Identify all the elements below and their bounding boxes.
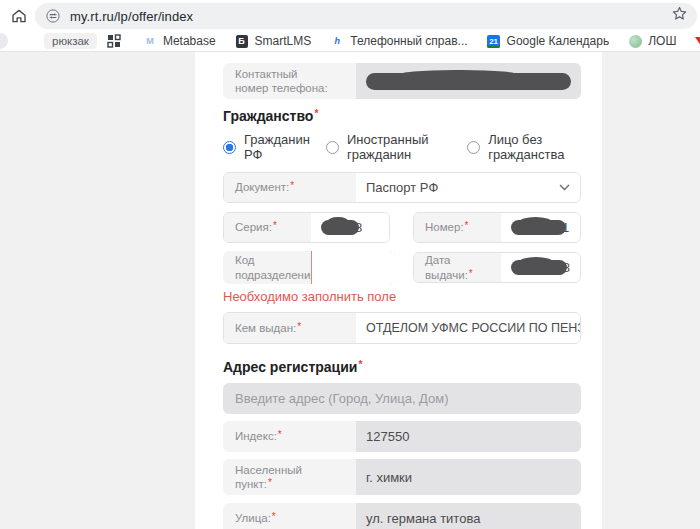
citizenship-heading: Гражданство* xyxy=(223,108,581,124)
number-label: Номер:* xyxy=(413,212,501,243)
phone-value xyxy=(356,63,581,99)
browser-toolbar: my.rt.ru/lp/offer/index xyxy=(0,0,700,31)
citizenship-options: Гражданин РФ Иностранный гражданин Лицо … xyxy=(223,132,581,162)
yandex-mail-icon xyxy=(695,37,700,47)
bookmark-smartlms[interactable]: Б SmartLMS xyxy=(235,34,312,48)
issue-date-label: Дата выдачи:* xyxy=(413,252,501,283)
address-heading: Адрес регистрации* xyxy=(223,359,581,375)
apps-grid-icon[interactable] xyxy=(107,34,121,48)
redacted-phone xyxy=(366,73,571,90)
smartlms-icon: Б xyxy=(236,35,248,48)
issued-by-label: Кем выдан:* xyxy=(223,312,356,344)
radio-citizen-rf[interactable]: Гражданин РФ xyxy=(223,132,310,162)
street-label: Улица:* xyxy=(223,503,356,529)
city-field: Населенныйпункт:* г. химки xyxy=(223,459,581,495)
bookmark-metabase[interactable]: M Metabase xyxy=(143,34,216,48)
street-value: ул. германа титова xyxy=(356,503,581,529)
form-content: Контактныйномер телефона: Гражданство* Г… xyxy=(195,52,602,529)
issued-by-field: Кем выдан:* ОТДЕЛОМ УФМС РОССИИ ПО ПЕНЗЕ… xyxy=(223,312,581,344)
index-value: 127550 xyxy=(356,421,581,452)
metabase-icon: M xyxy=(143,34,157,48)
index-field: Индекс:* 127550 xyxy=(223,421,581,452)
issued-by-input[interactable]: ОТДЕЛОМ УФМС РОССИИ ПО ПЕНЗЕНСКОЙ ОБЛ xyxy=(356,313,580,343)
browser-window: my.rt.ru/lp/offer/index рюкзак M Metabas… xyxy=(0,0,700,529)
address-input[interactable] xyxy=(223,383,581,414)
number-field: Номер:* 1 xyxy=(413,212,581,243)
document-label: Документ:* xyxy=(223,172,356,203)
url-text[interactable]: my.rt.ru/lp/offer/index xyxy=(70,9,193,24)
bookmark-yandex-mail[interactable]: Яндекс Почта xyxy=(695,34,700,48)
home-icon[interactable] xyxy=(8,5,30,27)
bookmark-phone-directory[interactable]: h Телефонный справ... xyxy=(330,34,467,48)
unit-code-field: Кодподразделения:* xyxy=(223,251,395,284)
series-label: Серия:* xyxy=(223,212,311,243)
losh-icon xyxy=(629,35,642,48)
unit-code-input[interactable] xyxy=(311,251,395,284)
redacted-series xyxy=(321,220,359,235)
series-field: Серия:* 8 xyxy=(223,212,390,243)
document-field: Документ:* Паспорт РФ xyxy=(223,172,581,203)
bookmark-google-calendar[interactable]: 21 Google Календарь xyxy=(487,34,610,48)
bookmarks-bar: рюкзак M Metabase Б SmartLMS h Телефонны… xyxy=(0,31,700,51)
radio-checked-icon[interactable] xyxy=(223,141,236,154)
issue-date-field: Дата выдачи:* 8 xyxy=(413,252,581,283)
street-field: Улица:* ул. германа титова xyxy=(223,503,581,529)
validation-error: Необходимо заполнить поле xyxy=(223,289,581,304)
radio-unchecked-icon[interactable] xyxy=(467,141,480,154)
phone-directory-icon: h xyxy=(330,34,344,48)
number-input[interactable]: 1 xyxy=(501,213,580,242)
chevron-down-icon[interactable] xyxy=(559,184,570,191)
phone-label: Контактныйномер телефона: xyxy=(223,63,356,99)
site-settings-icon[interactable] xyxy=(45,8,61,24)
cut-off-avatar xyxy=(0,33,8,49)
bookmark-losh[interactable]: ЛОШ xyxy=(628,34,676,48)
bookmark-star-icon[interactable] xyxy=(671,5,688,22)
redacted-issue-date xyxy=(511,260,567,275)
unit-code-label: Кодподразделения:* xyxy=(223,251,311,284)
phone-field: Контактныйномер телефона: xyxy=(223,63,581,99)
series-input[interactable]: 8 xyxy=(311,213,389,242)
city-value: г. химки xyxy=(356,459,581,495)
radio-unchecked-icon[interactable] xyxy=(326,141,339,154)
index-label: Индекс:* xyxy=(223,421,356,452)
radio-stateless[interactable]: Лицо без гражданства xyxy=(467,132,581,162)
webpage-background: Контактныйномер телефона: Гражданство* Г… xyxy=(0,52,700,529)
tab-group-chip[interactable]: рюкзак xyxy=(44,33,97,49)
url-bar[interactable]: my.rt.ru/lp/offer/index xyxy=(35,3,697,29)
address-input-wrap xyxy=(223,383,581,414)
radio-foreign-citizen[interactable]: Иностранный гражданин xyxy=(326,132,451,162)
google-calendar-icon: 21 xyxy=(487,35,500,48)
city-label: Населенныйпункт:* xyxy=(223,459,356,495)
document-select[interactable]: Паспорт РФ xyxy=(356,173,580,202)
redacted-number xyxy=(511,220,566,235)
issue-date-input[interactable]: 8 xyxy=(501,253,580,282)
